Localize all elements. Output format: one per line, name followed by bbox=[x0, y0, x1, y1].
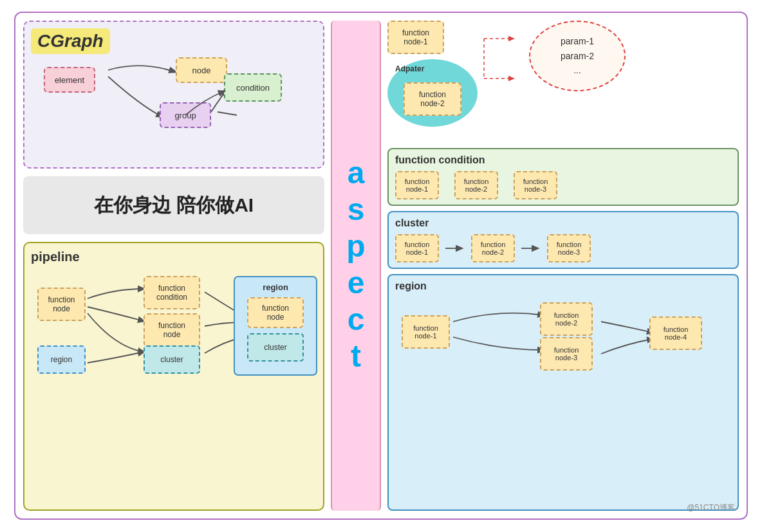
cgraph-title: CGraph bbox=[31, 28, 110, 54]
pipe-fn-node: functionnode bbox=[37, 288, 86, 321]
pipeline-section: pipeline bbox=[23, 242, 324, 511]
region-content: functionnode-1 functionnode-2 functionno… bbox=[395, 297, 731, 374]
cl-node2: functionnode-2 bbox=[471, 234, 515, 262]
fc-node2: functionnode-2 bbox=[454, 171, 498, 199]
param-text: param-1param-2... bbox=[561, 34, 594, 77]
right-fn-node2: functionnode-2 bbox=[404, 82, 461, 116]
cl-node3: functionnode-3 bbox=[547, 234, 591, 262]
adapter-label: Adpater bbox=[395, 64, 424, 73]
function-condition-title: function condition bbox=[395, 154, 731, 166]
cgraph-group: group bbox=[160, 102, 211, 128]
adapter-bubble: Adpater functionnode-2 bbox=[387, 59, 478, 127]
cgraph-node: node bbox=[176, 57, 227, 83]
pipe-region-cluster: cluster bbox=[247, 333, 304, 362]
pipe-cluster: cluster bbox=[144, 345, 200, 374]
pipe-region-label: region bbox=[263, 282, 288, 292]
right-fn-node1: functionnode-1 bbox=[387, 21, 444, 54]
cl-node1: functionnode-1 bbox=[395, 234, 439, 262]
main-container: CGraph node element c bbox=[14, 12, 748, 520]
cgraph-section: CGraph node element c bbox=[23, 21, 324, 169]
reg-node2: functionnode-2 bbox=[540, 302, 593, 336]
fc-node3: functionnode-3 bbox=[514, 171, 557, 199]
cluster-section: cluster functionnode-1 functionnode-2 fu… bbox=[387, 211, 739, 269]
pipe-region-box: region functionnode cluster bbox=[234, 276, 317, 376]
pipe-fn-node2: functionnode bbox=[144, 313, 200, 347]
cluster-arrow2 bbox=[521, 239, 541, 258]
reg-node4: functionnode-4 bbox=[649, 316, 702, 350]
reg-node1: functionnode-1 bbox=[402, 315, 450, 349]
region-title: region bbox=[395, 280, 731, 292]
cluster-nodes: functionnode-1 functionnode-2 functionno… bbox=[395, 234, 731, 262]
slogan-text: 在你身边 陪你做AI bbox=[94, 192, 254, 219]
aspect-column: aspect bbox=[331, 21, 381, 511]
region-section: region bbox=[387, 274, 739, 511]
pipe-region: region bbox=[37, 345, 86, 374]
function-condition-nodes: functionnode-1 functionnode-2 functionno… bbox=[395, 171, 731, 199]
right-column: functionnode-1 Adpater functionnode-2 bbox=[381, 13, 747, 518]
pipeline-title: pipeline bbox=[31, 250, 317, 264]
pipe-region-fn: functionnode bbox=[247, 297, 304, 328]
fc-node1: functionnode-1 bbox=[395, 171, 439, 199]
aspect-text: aspect bbox=[339, 156, 374, 376]
cgraph-condition: condition bbox=[224, 73, 282, 102]
watermark: @51CTO博客 bbox=[687, 502, 735, 513]
pipeline-inner: functionnode region functioncondition fu… bbox=[31, 270, 317, 523]
function-condition-section: function condition functionnode-1 functi… bbox=[387, 148, 739, 206]
reg-node3: functionnode-3 bbox=[540, 337, 593, 371]
pipe-fn-condition: functioncondition bbox=[144, 276, 200, 309]
cluster-arrow1 bbox=[445, 239, 465, 258]
param-bubble: param-1param-2... bbox=[529, 21, 626, 91]
cluster-title: cluster bbox=[395, 217, 731, 229]
left-column: CGraph node element c bbox=[15, 13, 331, 518]
slogan-section: 在你身边 陪你做AI bbox=[23, 176, 324, 234]
dashed-arrow-svg bbox=[484, 21, 516, 124]
fn-node-column: functionnode-1 Adpater functionnode-2 bbox=[387, 21, 478, 127]
top-right-area: functionnode-1 Adpater functionnode-2 bbox=[387, 21, 739, 143]
cgraph-element: element bbox=[44, 67, 95, 93]
